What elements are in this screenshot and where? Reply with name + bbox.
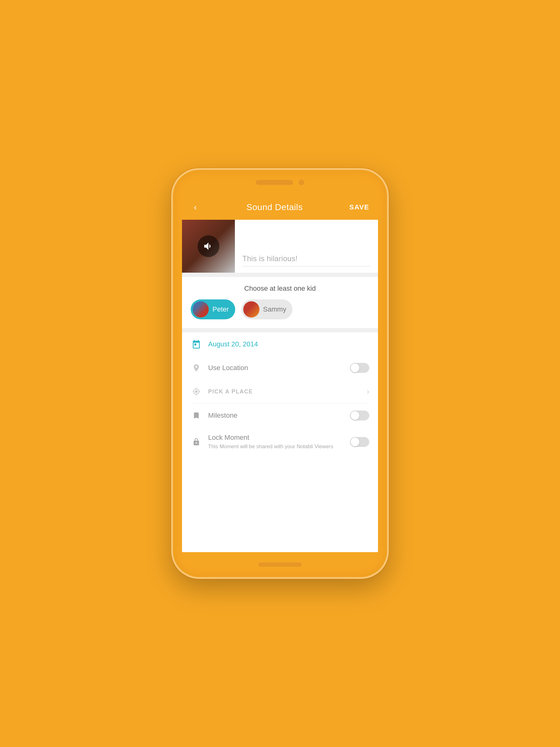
target-icon [191, 386, 202, 397]
use-location-label: Use Location [208, 364, 344, 372]
phone-wrapper: ‹ Sound Details SAVE This is hilarious! [171, 168, 389, 579]
pick-place-chevron: › [367, 387, 369, 396]
milestone-row: Milestone [182, 404, 378, 427]
phone-shell: ‹ Sound Details SAVE This is hilarious! [171, 168, 389, 579]
caption-placeholder: This is hilarious! [242, 254, 371, 263]
lock-moment-label: Lock Moment [208, 434, 344, 442]
phone-home-bar [258, 562, 302, 567]
page-title: Sound Details [246, 202, 303, 212]
toggle-knob-location [351, 364, 359, 372]
section-divider-1 [182, 273, 378, 277]
avatar-peter [193, 301, 209, 317]
toggle-knob-milestone [351, 411, 359, 420]
play-button[interactable] [197, 235, 219, 257]
section-divider-2 [182, 328, 378, 332]
pick-place-row[interactable]: PICK A PLACE › [182, 380, 378, 403]
location-icon [191, 362, 202, 374]
sound-thumbnail[interactable] [182, 220, 235, 273]
avatar-sammy [243, 301, 260, 317]
phone-speaker-grille [256, 180, 293, 185]
bookmark-icon [191, 410, 202, 421]
kid-name-peter: Peter [212, 305, 229, 313]
use-location-row: Use Location [182, 356, 378, 380]
speaker-icon [203, 240, 214, 252]
lock-label-area: Lock Moment This Moment will be shared w… [208, 434, 344, 450]
details-section: August 20, 2014 Use Location [182, 332, 378, 552]
kid-name-sammy: Sammy [263, 305, 287, 313]
app-header: ‹ Sound Details SAVE [182, 195, 378, 220]
phone-bottom-bar [173, 552, 387, 577]
phone-camera [299, 180, 304, 185]
toggle-knob-lock [351, 438, 359, 446]
pick-place-label: PICK A PLACE [208, 388, 361, 395]
kid-section-title: Choose at least one kid [191, 284, 369, 292]
kid-section: Choose at least one kid Peter Sammy [182, 277, 378, 328]
back-button[interactable]: ‹ [191, 201, 200, 214]
kid-chip-sammy[interactable]: Sammy [241, 300, 293, 319]
kid-chip-peter[interactable]: Peter [191, 300, 235, 319]
date-row[interactable]: August 20, 2014 [182, 332, 378, 356]
sound-row: This is hilarious! [182, 220, 378, 273]
lock-moment-row: Lock Moment This Moment will be shared w… [182, 427, 378, 457]
calendar-icon [191, 339, 202, 350]
lock-moment-subtext: This Moment will be shared with your Not… [208, 443, 344, 450]
lock-moment-toggle[interactable] [350, 437, 369, 447]
sound-caption-area[interactable]: This is hilarious! [235, 220, 378, 273]
kid-list: Peter Sammy [191, 300, 369, 319]
phone-screen: ‹ Sound Details SAVE This is hilarious! [182, 195, 378, 552]
use-location-toggle[interactable] [350, 363, 369, 373]
caption-underline [242, 266, 371, 266]
save-button[interactable]: SAVE [349, 203, 369, 211]
milestone-toggle[interactable] [350, 411, 369, 420]
milestone-label: Milestone [208, 411, 344, 419]
lock-icon [191, 436, 202, 447]
date-label: August 20, 2014 [208, 340, 369, 348]
phone-top-bar [173, 170, 387, 195]
